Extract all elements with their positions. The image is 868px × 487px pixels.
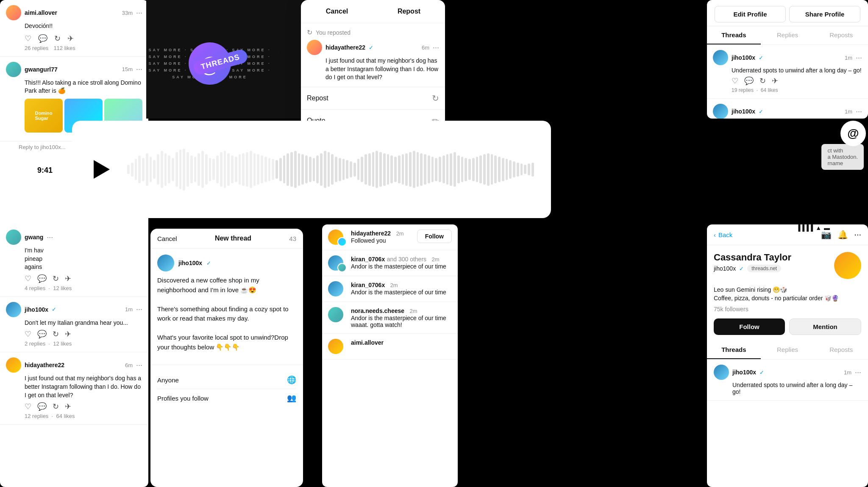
composer-cancel-btn[interactable]: Cancel (157, 235, 177, 242)
wave-bar-87 (450, 153, 452, 186)
lower-more-1[interactable]: ··· (47, 233, 53, 242)
more-icon[interactable]: ··· (854, 230, 861, 240)
wave-bar-66 (372, 152, 375, 187)
play-button[interactable] (89, 157, 114, 182)
fp-name: Cassandra Taylor (714, 252, 791, 263)
wave-bar-99 (494, 155, 497, 183)
repost-icon-sm: ↻ (307, 28, 312, 36)
fp-mention-btn[interactable]: Mention (789, 318, 861, 335)
repost-icon-l3[interactable]: ↻ (53, 402, 59, 411)
wave-bar-75 (405, 153, 408, 186)
comment-icon-l1[interactable]: 💬 (37, 274, 47, 283)
more-btn-aimi[interactable]: ··· (136, 8, 142, 17)
tab-reposts[interactable]: Reposts (814, 26, 868, 44)
fp-tab-reposts[interactable]: Reposts (814, 341, 868, 359)
tab-replies[interactable]: Replies (761, 26, 815, 44)
edit-profile-btn[interactable]: Edit Profile (715, 6, 786, 22)
verified-1: ✓ (759, 55, 763, 61)
wave-bar-15 (183, 149, 185, 191)
mastodon-text: ct witha Mastodon.rname (821, 144, 864, 170)
profile-post-1: jiho100x ✓ 1m ··· Underrated spots to un… (707, 45, 868, 99)
notif-avatars-5 (328, 339, 347, 354)
like-icon[interactable]: ♡ (25, 34, 31, 43)
wave-bar-17 (190, 155, 193, 183)
like-icon-l2[interactable]: ♡ (25, 329, 31, 339)
thread-text-gwang: This!!! Also taking a nice stroll along … (6, 79, 142, 95)
follow-btn-1[interactable]: Follow (417, 230, 452, 243)
lower-likes-3: 64 likes (56, 413, 75, 419)
wave-bar-71 (390, 155, 393, 183)
fp-tab-threads[interactable]: Threads (707, 341, 761, 359)
notif-avatar-main-5 (328, 339, 343, 354)
avatar-aimi (6, 5, 21, 20)
fp-follow-btn[interactable]: Follow (714, 318, 785, 335)
share-icon-l2[interactable]: ✈ (65, 329, 71, 339)
profile-post-more-1[interactable]: ··· (856, 53, 862, 62)
lower-stats-1: 4 replies · 12 likes (6, 285, 142, 291)
share-icon[interactable]: ✈ (67, 34, 74, 43)
comment-icon[interactable]: 💬 (38, 34, 47, 43)
composer-avatar (157, 255, 174, 271)
audience-row-following[interactable]: Profiles you follow 👥 (150, 389, 303, 407)
profile-post-more-2[interactable]: ··· (856, 107, 862, 116)
repost-icon-l1[interactable]: ↻ (53, 274, 59, 283)
comment-icon-l3[interactable]: 💬 (37, 402, 47, 411)
waveform (127, 144, 534, 195)
repost-confirm-btn[interactable]: Repost (373, 0, 445, 23)
notif-username-1: hidayathere22 2m (351, 230, 413, 237)
like-icon-l3[interactable]: ♡ (25, 402, 31, 411)
composer-text[interactable]: Discovered a new coffee shop in my neigh… (157, 276, 296, 352)
lower-username-2: jiho100x (25, 306, 48, 313)
wave-bar-86 (446, 154, 449, 185)
bell-icon[interactable]: 🔔 (837, 230, 848, 240)
wave-bar-57 (339, 158, 341, 181)
share-icon-p1[interactable]: ✈ (772, 76, 778, 86)
audience-label-following: Profiles you follow (157, 395, 209, 402)
wave-bar-97 (487, 153, 490, 186)
fp-tab-replies[interactable]: Replies (761, 341, 815, 359)
wave-bar-53 (324, 151, 326, 188)
repost-action-row[interactable]: Repost ↻ (301, 87, 445, 110)
audience-row-anyone[interactable]: Anyone 🌐 (150, 371, 303, 389)
wave-bar-72 (394, 157, 397, 183)
wave-bar-32 (246, 152, 248, 187)
wave-bar-27 (227, 153, 230, 186)
wave-bar-29 (235, 157, 237, 183)
lower-feed-item-2: jiho100x ✓ 1m ··· Don't let my Italian g… (0, 297, 148, 353)
time-indicator: 9:41 (34, 164, 56, 177)
wave-bar-58 (342, 159, 345, 180)
full-profile-panel: ‹ Back 📷 🔔 ··· Cassandra Taylor jiho100x… (707, 224, 868, 487)
fp-handle: jiho100x (714, 265, 736, 272)
wave-bar-24 (216, 155, 219, 183)
wave-bar-25 (220, 152, 223, 187)
composer-verified: ✓ (206, 260, 211, 266)
fp-back-btn[interactable]: ‹ Back (714, 231, 732, 238)
lower-more-3[interactable]: ··· (136, 361, 142, 370)
replies-1: 19 replies (732, 87, 754, 93)
fp-post-more[interactable]: ··· (855, 368, 861, 377)
lower-more-2[interactable]: ··· (136, 305, 142, 314)
wave-bar-11 (168, 155, 170, 183)
share-profile-btn[interactable]: Share Profile (789, 6, 860, 22)
profile-post-time-2: 1m (845, 108, 852, 115)
repost-icon-l2[interactable]: ↻ (53, 329, 59, 339)
repost-more[interactable]: ··· (433, 43, 439, 52)
share-icon-l1[interactable]: ✈ (65, 274, 71, 283)
tab-threads[interactable]: Threads (707, 26, 761, 44)
username-gwang: gwangurl77 (25, 66, 58, 73)
thread-actions-aimi: ♡ 💬 ↻ ✈ (6, 34, 142, 43)
verified-2: ✓ (759, 108, 763, 115)
repost-icon-p1[interactable]: ↻ (760, 76, 766, 86)
like-icon-p1[interactable]: ♡ (732, 76, 738, 86)
more-btn-gwang[interactable]: ··· (136, 65, 142, 74)
comment-icon-p1[interactable]: 💬 (744, 76, 754, 86)
share-icon-l3[interactable]: ✈ (65, 402, 71, 411)
profile-post-text-1: Underrated spots to unwind after a long … (713, 67, 862, 74)
wave-bar-101 (502, 158, 504, 181)
comment-icon-l2[interactable]: 💬 (37, 329, 47, 339)
like-icon-l1[interactable]: ♡ (25, 274, 31, 283)
repost-icon[interactable]: ↻ (54, 34, 61, 43)
repost-verified: ✓ (369, 44, 373, 51)
cancel-btn[interactable]: Cancel (301, 0, 373, 23)
threads-fab[interactable]: @ (840, 121, 866, 146)
